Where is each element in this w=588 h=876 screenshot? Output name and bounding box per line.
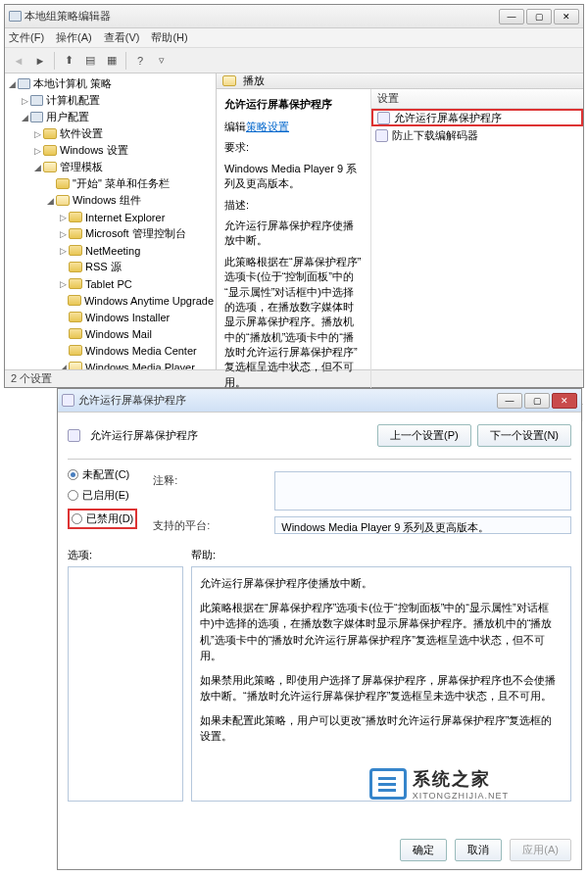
list-header[interactable]: 设置 (371, 89, 583, 109)
tree-netmeeting[interactable]: ▷NetMeeting (7, 242, 214, 259)
help-p3: 如果禁用此策略，即使用户选择了屏幕保护程序，屏幕保护程序也不会使播放中断。“播放… (200, 672, 563, 705)
dialog-close-button[interactable]: ✕ (552, 393, 577, 409)
properties-button[interactable]: ▦ (102, 51, 122, 71)
radio-enabled[interactable]: 已启用(E) (68, 488, 137, 503)
radio-not-configured[interactable]: 未配置(C) (68, 467, 137, 482)
tree-start-taskbar[interactable]: "开始" 菜单和任务栏 (7, 175, 214, 192)
dialog-maximize-button[interactable]: ▢ (524, 393, 550, 409)
apply-button[interactable]: 应用(A) (510, 839, 571, 861)
tree-installer[interactable]: Windows Installer (7, 309, 214, 325)
next-setting-button[interactable]: 下一个设置(N) (477, 424, 571, 447)
folder-icon (69, 312, 82, 322)
help-p2: 此策略根据在“屏幕保护程序”选项卡(位于“控制面板”中的“显示属性”对话框中)中… (200, 600, 563, 664)
policy-icon (375, 129, 388, 142)
edit-policy-link[interactable]: 策略设置 (246, 121, 289, 132)
computer-icon (18, 78, 30, 89)
dialog-top-row: 允许运行屏幕保护程序 上一个设置(P) 下一个设置(N) (68, 420, 571, 457)
back-button[interactable]: ◄ (9, 51, 28, 71)
separator (68, 459, 571, 460)
options-label: 选项: (68, 548, 183, 562)
main-body: ◢本地计算机 策略 ▷计算机配置 ◢用户配置 ▷软件设置 ▷Windows 设置… (5, 73, 583, 369)
folder-icon (69, 245, 82, 256)
radio-icon (68, 469, 78, 480)
help-p4: 如果未配置此策略，用户可以更改“播放时允许运行屏幕保护程序”复选框的设置。 (200, 712, 563, 745)
settings-list: 设置 允许运行屏幕保护程序 防止下载编解码器 (371, 89, 583, 404)
detail-pane: 允许运行屏幕保护程序 编辑策略设置 要求: Windows Media Play… (217, 89, 371, 404)
comment-label: 注释: (153, 471, 267, 511)
tree-windows-components[interactable]: ◢Windows 组件 (7, 192, 214, 209)
tree-user-config[interactable]: ◢用户配置 (7, 109, 214, 125)
desc-long: 此策略根据在“屏幕保护程序”选项卡(位于“控制面板”中的“显示属性”对话框中)中… (224, 255, 363, 391)
folder-icon (69, 328, 82, 339)
tree-mail[interactable]: Windows Mail (7, 325, 214, 342)
close-button[interactable]: ✕ (554, 9, 579, 24)
folder-icon (222, 75, 236, 86)
platform-label: 支持的平台: (153, 516, 267, 534)
menu-view[interactable]: 查看(V) (104, 30, 140, 45)
filter-button[interactable]: ▿ (152, 51, 172, 71)
help-button[interactable]: ? (130, 51, 150, 71)
req-text: Windows Media Player 9 系列及更高版本。 (224, 162, 363, 192)
desc-text: 允许运行屏幕保护程序使播放中断。 (224, 219, 363, 249)
maximize-button[interactable]: ▢ (526, 9, 552, 24)
radio-icon (68, 490, 78, 501)
list-item-prevent-codec[interactable]: 防止下载编解码器 (371, 126, 583, 144)
menu-action[interactable]: 操作(A) (56, 30, 92, 45)
folder-icon (69, 362, 82, 369)
tree-windows-settings[interactable]: ▷Windows 设置 (7, 142, 214, 159)
comment-field[interactable] (274, 471, 571, 511)
radio-disabled[interactable]: 已禁用(D) (68, 509, 137, 529)
list-item-allow-screensaver[interactable]: 允许运行屏幕保护程序 (371, 109, 583, 126)
dialog-minimize-button[interactable]: — (497, 393, 522, 409)
window-title: 本地组策略编辑器 (24, 9, 499, 24)
tree-computer-config[interactable]: ▷计算机配置 (7, 92, 214, 109)
req-label: 要求: (224, 140, 363, 155)
dialog-footer: 确定 取消 应用(A) (68, 831, 571, 861)
edit-label: 编辑 (224, 121, 246, 132)
tree-media-center[interactable]: Windows Media Center (7, 342, 214, 359)
titlebar[interactable]: 本地组策略编辑器 — ▢ ✕ (5, 5, 583, 28)
menubar: 文件(F) 操作(A) 查看(V) 帮助(H) (5, 28, 583, 48)
toolbar: ◄ ► ⬆ ▤ ▦ ? ▿ (5, 48, 583, 73)
dialog-heading: 允许运行屏幕保护程序 (90, 428, 371, 443)
forward-button[interactable]: ► (30, 51, 50, 71)
separator (54, 52, 55, 70)
cancel-button[interactable]: 取消 (455, 839, 502, 861)
tree-rss[interactable]: RSS 源 (7, 259, 214, 275)
app-icon (9, 11, 22, 22)
tree-tablet[interactable]: ▷Tablet PC (7, 275, 214, 292)
policy-icon (377, 112, 390, 124)
show-hide-tree-button[interactable]: ▤ (80, 51, 100, 71)
up-button[interactable]: ⬆ (59, 51, 78, 71)
tree-wmp[interactable]: ◢Windows Media Player (7, 359, 214, 369)
minimize-button[interactable]: — (499, 9, 524, 24)
gear-icon (30, 95, 43, 106)
state-radios: 未配置(C) 已启用(E) 已禁用(D) (68, 467, 137, 534)
tree-software-settings[interactable]: ▷软件设置 (7, 125, 214, 142)
user-icon (30, 112, 43, 122)
watermark-icon (369, 768, 407, 800)
folder-icon (69, 262, 82, 272)
right-header-title: 播放 (243, 73, 265, 88)
tree-mmc[interactable]: ▷Microsoft 管理控制台 (7, 225, 214, 242)
tree-ie[interactable]: ▷Internet Explorer (7, 209, 214, 225)
help-box[interactable]: 允许运行屏幕保护程序使播放中断。 此策略根据在“屏幕保护程序”选项卡(位于“控制… (191, 566, 571, 802)
dialog-titlebar[interactable]: 允许运行屏幕保护程序 — ▢ ✕ (58, 389, 581, 413)
tree-admin-templates[interactable]: ◢管理模板 (7, 159, 214, 175)
tree-pane[interactable]: ◢本地计算机 策略 ▷计算机配置 ◢用户配置 ▷软件设置 ▷Windows 设置… (5, 73, 217, 369)
menu-help[interactable]: 帮助(H) (151, 30, 187, 45)
folder-icon (68, 295, 81, 306)
radio-icon (72, 513, 82, 524)
folder-icon (43, 128, 57, 139)
dialog-title: 允许运行屏幕保护程序 (78, 393, 497, 408)
folder-icon (69, 278, 82, 289)
tree-anytime[interactable]: Windows Anytime Upgrade (7, 292, 214, 309)
tree-root[interactable]: ◢本地计算机 策略 (7, 75, 214, 92)
prev-setting-button[interactable]: 上一个设置(P) (377, 424, 471, 447)
ok-button[interactable]: 确定 (400, 839, 447, 861)
folder-icon (69, 228, 82, 239)
folder-icon (56, 178, 70, 189)
folder-icon (56, 195, 70, 206)
watermark: 系统之家 XITONGZHIJIA.NET (369, 767, 509, 801)
menu-file[interactable]: 文件(F) (9, 30, 44, 45)
